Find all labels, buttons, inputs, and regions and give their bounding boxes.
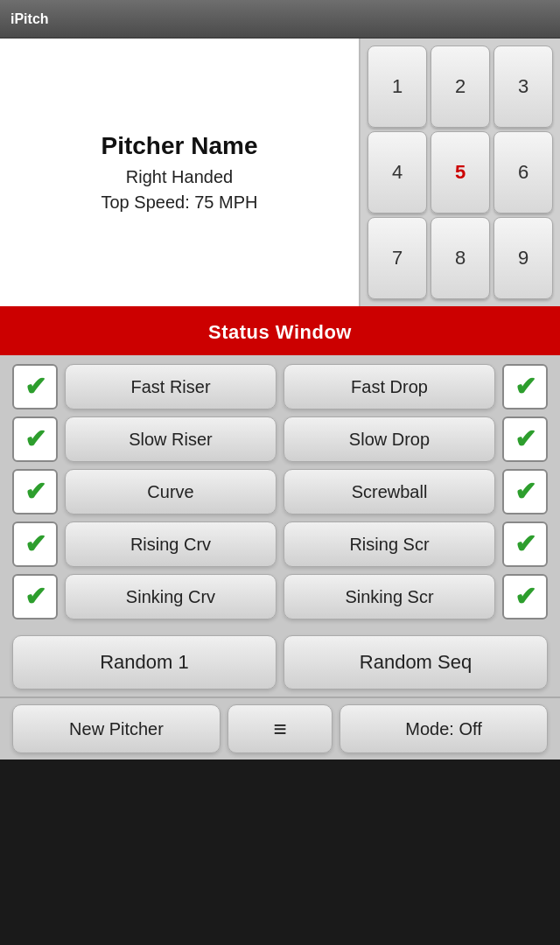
pitch-row-4: ✔Sinking CrvSinking Scr✔ bbox=[12, 574, 548, 620]
pitch-left-btn-3[interactable]: Rising Crv bbox=[65, 522, 276, 567]
pitch-row-1: ✔Slow RiserSlow Drop✔ bbox=[12, 416, 548, 462]
app-title: iPitch bbox=[10, 11, 49, 27]
checkmark-icon: ✔ bbox=[24, 479, 46, 505]
pitch-right-btn-3[interactable]: Rising Scr bbox=[284, 522, 495, 567]
pitch-left-checkbox-4[interactable]: ✔ bbox=[12, 574, 58, 620]
checkmark-icon: ✔ bbox=[514, 531, 536, 557]
pitcher-speed: Top Speed: 75 MPH bbox=[102, 192, 258, 213]
pitch-left-btn-0[interactable]: Fast Riser bbox=[65, 364, 276, 410]
mode-button[interactable]: Mode: Off bbox=[340, 704, 548, 753]
numpad-key-2[interactable]: 2 bbox=[430, 46, 490, 128]
pitch-right-checkbox-0[interactable]: ✔ bbox=[502, 364, 548, 410]
numpad-key-6[interactable]: 6 bbox=[494, 131, 553, 214]
checkmark-icon: ✔ bbox=[514, 584, 536, 610]
numpad-key-1[interactable]: 1 bbox=[368, 46, 427, 128]
pitch-right-checkbox-1[interactable]: ✔ bbox=[502, 416, 548, 462]
pitch-left-btn-4[interactable]: Sinking Crv bbox=[65, 574, 276, 620]
numpad-key-5[interactable]: 5 bbox=[430, 131, 490, 214]
pitch-left-btn-2[interactable]: Curve bbox=[65, 469, 276, 514]
pitch-left-checkbox-3[interactable]: ✔ bbox=[12, 522, 58, 567]
pitch-right-checkbox-4[interactable]: ✔ bbox=[502, 574, 548, 620]
pitch-right-btn-1[interactable]: Slow Drop bbox=[284, 416, 495, 462]
pitch-area: ✔Fast RiserFast Drop✔✔Slow RiserSlow Dro… bbox=[0, 355, 560, 628]
checkmark-icon: ✔ bbox=[24, 374, 46, 400]
checkmark-icon: ✔ bbox=[24, 531, 46, 557]
status-text: Status Window bbox=[208, 321, 352, 344]
new-pitcher-button[interactable]: New Pitcher bbox=[12, 704, 220, 753]
title-bar: iPitch bbox=[0, 0, 560, 38]
checkmark-icon: ✔ bbox=[514, 374, 536, 400]
pitch-right-btn-0[interactable]: Fast Drop bbox=[284, 364, 495, 410]
pitcher-info: Pitcher Name Right Handed Top Speed: 75 … bbox=[0, 38, 359, 306]
pitcher-hand: Right Handed bbox=[126, 167, 233, 187]
pitch-row-2: ✔CurveScrewball✔ bbox=[12, 469, 548, 514]
checkmark-icon: ✔ bbox=[24, 584, 46, 610]
random-row: Random 1 Random Seq bbox=[0, 628, 560, 696]
pitch-row-3: ✔Rising CrvRising Scr✔ bbox=[12, 522, 548, 567]
pitch-left-checkbox-2[interactable]: ✔ bbox=[12, 469, 58, 514]
pitch-right-checkbox-2[interactable]: ✔ bbox=[502, 469, 548, 514]
pitch-row-0: ✔Fast RiserFast Drop✔ bbox=[12, 364, 548, 410]
pitch-right-checkbox-3[interactable]: ✔ bbox=[502, 522, 548, 567]
checkmark-icon: ✔ bbox=[514, 426, 536, 452]
numpad-key-8[interactable]: 8 bbox=[430, 217, 490, 299]
random-seq-button[interactable]: Random Seq bbox=[284, 635, 548, 690]
numpad-key-3[interactable]: 3 bbox=[494, 46, 553, 128]
top-section: Pitcher Name Right Handed Top Speed: 75 … bbox=[0, 38, 560, 310]
numpad-key-7[interactable]: 7 bbox=[368, 217, 427, 299]
pitch-right-btn-4[interactable]: Sinking Scr bbox=[284, 574, 495, 620]
bottom-bar: New Pitcher ≡ Mode: Off bbox=[0, 696, 560, 760]
numpad-key-4[interactable]: 4 bbox=[368, 131, 427, 214]
status-window: Status Window bbox=[0, 310, 560, 355]
pitch-right-btn-2[interactable]: Screwball bbox=[284, 469, 495, 514]
numpad-key-9[interactable]: 9 bbox=[494, 217, 553, 299]
pitcher-name: Pitcher Name bbox=[102, 132, 258, 160]
pitch-left-checkbox-0[interactable]: ✔ bbox=[12, 364, 58, 410]
pitch-left-btn-1[interactable]: Slow Riser bbox=[65, 416, 276, 462]
pitch-left-checkbox-1[interactable]: ✔ bbox=[12, 416, 58, 462]
checkmark-icon: ✔ bbox=[24, 426, 46, 452]
random1-button[interactable]: Random 1 bbox=[12, 635, 276, 690]
numpad: 123456789 bbox=[359, 38, 560, 306]
menu-button[interactable]: ≡ bbox=[228, 704, 332, 753]
checkmark-icon: ✔ bbox=[514, 479, 536, 505]
